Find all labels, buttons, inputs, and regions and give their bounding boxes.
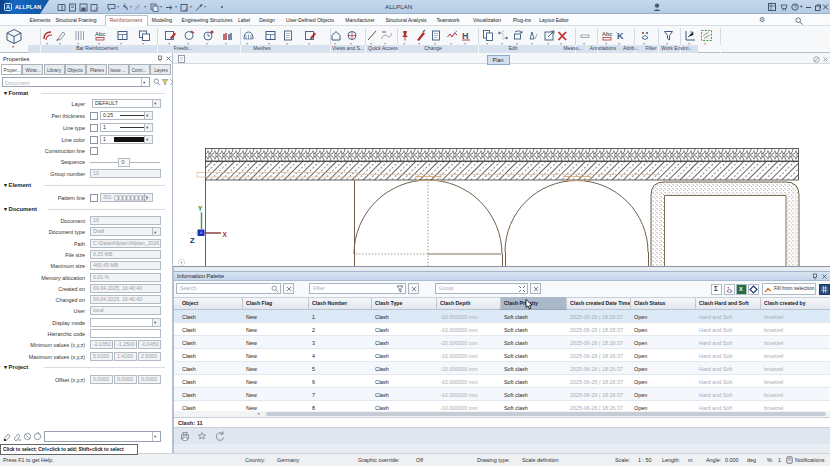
svg-text:K: K [617, 31, 624, 41]
svg-text:?: ? [794, 4, 797, 10]
svg-text:X: X [223, 231, 228, 238]
svg-text:Abc: Abc [95, 31, 105, 37]
svg-text:Y: Y [198, 205, 203, 212]
svg-text:Abc: Abc [602, 31, 612, 37]
svg-text:Z: Z [190, 236, 195, 245]
svg-text:H: H [462, 31, 469, 41]
